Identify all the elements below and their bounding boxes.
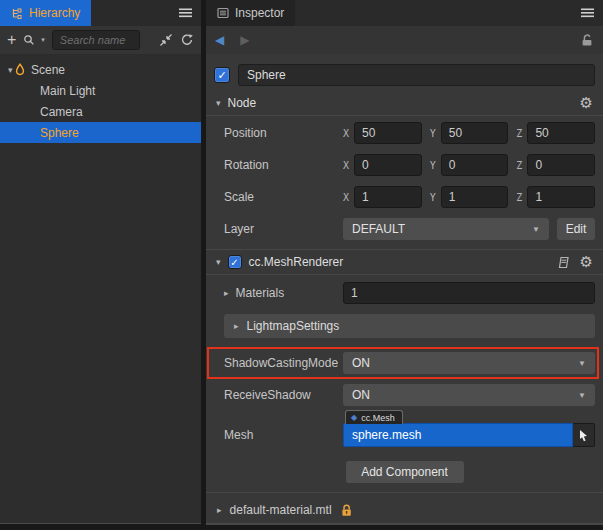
axis-y-label: Y <box>430 192 436 203</box>
dropdown-arrow-icon: ▼ <box>578 391 586 400</box>
inspector-navbar: ◀ ▶ <box>206 26 603 54</box>
tree-node-scene[interactable]: ▾ Scene <box>0 59 201 80</box>
hierarchy-toolbar: + ▾ <box>0 26 201 54</box>
add-component-button[interactable]: Add Component <box>346 461 464 483</box>
node-gear-icon[interactable]: ⚙ <box>580 96 593 111</box>
materials-expand-caret-icon[interactable]: ▸ <box>224 288 229 298</box>
node-active-row: ✓ <box>214 64 595 86</box>
inspector-panel: Inspector ◀ ▶ ✓ ▾ Node ⚙ Position X <box>206 0 603 524</box>
layer-dropdown[interactable]: DEFAULT ▼ <box>343 218 549 240</box>
rotation-label: Rotation <box>214 158 343 172</box>
mesh-renderer-collapse-caret-icon[interactable]: ▾ <box>216 257 221 267</box>
tab-inspector[interactable]: Inspector <box>206 0 295 26</box>
history-forward-icon[interactable]: ▶ <box>240 33 249 47</box>
mesh-asset-field[interactable]: sphere.mesh <box>343 423 573 447</box>
component-docs-icon[interactable] <box>557 256 570 269</box>
collapse-all-icon[interactable] <box>159 33 173 47</box>
mesh-picker-button[interactable] <box>573 423 595 447</box>
separator <box>206 274 603 275</box>
mesh-renderer-section-header: ▾ ✓ cc.MeshRenderer ⚙ <box>214 250 595 274</box>
search-filter-icon[interactable] <box>23 34 36 46</box>
node-section-header: ▾ Node ⚙ <box>214 91 595 115</box>
dropdown-arrow-icon: ▼ <box>578 359 586 368</box>
asset-type-icon: ◆ <box>351 414 357 422</box>
receive-shadow-dropdown[interactable]: ON ▼ <box>343 384 595 406</box>
shadow-casting-mode-row: ShadowCastingMode ON ▼ <box>214 352 595 374</box>
node-collapse-caret-icon[interactable]: ▾ <box>216 98 221 108</box>
mesh-renderer-enabled-checkbox[interactable]: ✓ <box>228 255 242 269</box>
hierarchy-tab-icon <box>11 7 23 19</box>
node-active-checkbox[interactable]: ✓ <box>214 67 230 83</box>
create-node-button[interactable]: + <box>7 33 16 47</box>
materials-row: ▸ Materials <box>214 282 595 304</box>
inspector-menu-icon[interactable] <box>581 8 594 18</box>
layer-label: Layer <box>214 222 343 236</box>
position-label: Position <box>214 126 343 140</box>
scale-y-input[interactable] <box>441 186 509 208</box>
material-expand-caret-icon[interactable]: ▸ <box>217 505 222 515</box>
mesh-type-tag: ◆ cc.Mesh <box>345 410 403 424</box>
hierarchy-panel: Hierarchy + ▾ ▾ Scene Main Light <box>0 0 201 524</box>
history-back-icon[interactable]: ◀ <box>215 33 224 47</box>
inspector-tab-icon <box>217 7 229 19</box>
scene-expand-caret-icon[interactable]: ▾ <box>0 65 14 75</box>
mesh-renderer-gear-icon[interactable]: ⚙ <box>580 255 593 270</box>
separator <box>206 492 603 493</box>
axis-z-label: Z <box>516 160 522 171</box>
mesh-row: Mesh ◆ cc.Mesh sphere.mesh <box>214 423 595 447</box>
mesh-renderer-section-title: cc.MeshRenderer <box>249 255 344 269</box>
inspector-tab-label: Inspector <box>235 6 284 20</box>
position-row: Position X Y Z <box>214 122 595 144</box>
scale-label: Scale <box>214 190 343 204</box>
refresh-icon[interactable] <box>180 33 194 47</box>
unlock-icon[interactable] <box>580 33 594 47</box>
position-z-input[interactable] <box>527 122 595 144</box>
scale-z-input[interactable] <box>527 186 595 208</box>
layer-dropdown-value: DEFAULT <box>352 222 405 236</box>
receive-shadow-value: ON <box>352 388 370 402</box>
hierarchy-tabbar: Hierarchy <box>0 0 201 26</box>
default-material-row[interactable]: ▸ default-material.mtl <box>214 497 595 523</box>
axis-x-label: X <box>343 160 349 171</box>
node-section-title: Node <box>228 96 257 110</box>
position-y-input[interactable] <box>441 122 509 144</box>
tab-hierarchy[interactable]: Hierarchy <box>0 0 91 26</box>
inspector-content: ✓ ▾ Node ⚙ Position X Y Z Rotation X Y Z <box>206 64 603 525</box>
mesh-type-tag-label: cc.Mesh <box>361 413 395 423</box>
materials-label: Materials <box>236 286 285 300</box>
lightmap-settings-bar[interactable]: ▸ LightmapSettings <box>224 314 595 338</box>
lightmap-expand-caret-icon: ▸ <box>234 321 239 331</box>
position-x-input[interactable] <box>354 122 422 144</box>
scale-row: Scale X Y Z <box>214 186 595 208</box>
search-filter-caret-icon[interactable]: ▾ <box>41 36 45 44</box>
tree-node-label: Sphere <box>40 126 79 140</box>
hierarchy-tab-label: Hierarchy <box>29 6 80 20</box>
materials-count-input[interactable] <box>343 282 595 304</box>
receive-shadow-row: ReceiveShadow ON ▼ <box>214 384 595 406</box>
mesh-asset-value: sphere.mesh <box>352 428 421 442</box>
axis-z-label: Z <box>516 192 522 203</box>
layer-edit-button[interactable]: Edit <box>557 218 595 240</box>
separator <box>206 115 603 116</box>
shadow-casting-mode-value: ON <box>352 356 370 370</box>
rotation-y-input[interactable] <box>441 154 509 176</box>
layer-row: Layer DEFAULT ▼ Edit <box>214 218 595 240</box>
dropdown-arrow-icon: ▼ <box>532 225 540 234</box>
lightmap-settings-label: LightmapSettings <box>247 319 340 333</box>
rotation-z-input[interactable] <box>527 154 595 176</box>
tree-node-sphere[interactable]: Sphere <box>0 122 201 143</box>
rotation-x-input[interactable] <box>354 154 422 176</box>
tree-node-main-light[interactable]: Main Light <box>0 80 201 101</box>
inspector-tabbar: Inspector <box>206 0 603 26</box>
node-name-input[interactable] <box>238 64 595 86</box>
tree-node-label: Camera <box>40 105 83 119</box>
scale-x-input[interactable] <box>354 186 422 208</box>
shadow-casting-mode-dropdown[interactable]: ON ▼ <box>343 352 595 374</box>
rotation-row: Rotation X Y Z <box>214 154 595 176</box>
hierarchy-tree: ▾ Scene Main Light Camera Sphere <box>0 54 201 143</box>
search-input[interactable] <box>52 30 140 50</box>
axis-x-label: X <box>343 128 349 139</box>
hierarchy-menu-icon[interactable] <box>179 8 192 18</box>
axis-y-label: Y <box>430 128 436 139</box>
tree-node-camera[interactable]: Camera <box>0 101 201 122</box>
